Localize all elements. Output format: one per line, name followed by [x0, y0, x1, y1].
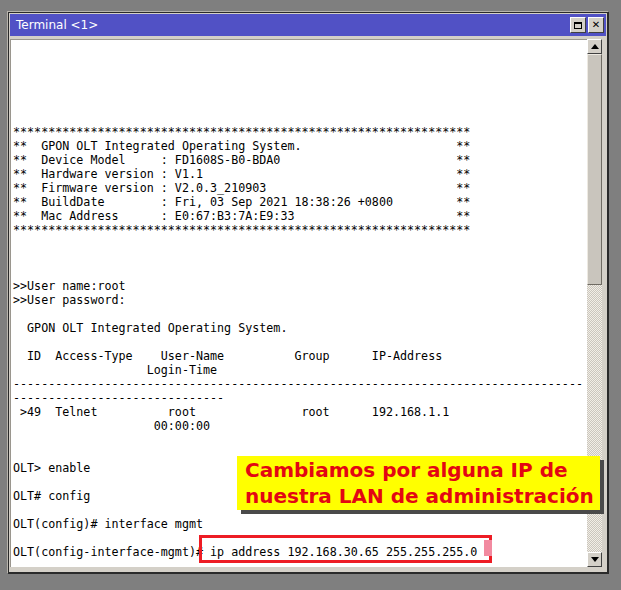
- scrollbar-thumb[interactable]: [587, 54, 602, 285]
- annotation-line-2: nuestra LAN de administración: [245, 483, 592, 509]
- maximize-icon: [574, 22, 582, 29]
- text-cursor: [484, 540, 492, 556]
- titlebar[interactable]: Terminal <1> ✕: [10, 14, 606, 36]
- maximize-button[interactable]: [570, 17, 586, 33]
- close-icon: ✕: [592, 20, 600, 30]
- arrow-down-icon: [591, 557, 599, 562]
- scroll-up-button[interactable]: [587, 39, 602, 54]
- arrow-up-icon: [591, 44, 599, 49]
- annotation-callout: Cambiamos por alguna IP de nuestra LAN d…: [237, 456, 600, 510]
- highlight-box: [199, 535, 492, 563]
- window-title: Terminal <1>: [16, 18, 98, 32]
- titlebar-buttons: ✕: [570, 17, 604, 33]
- desktop: Terminal <1> ✕ *************************…: [0, 0, 621, 590]
- annotation-line-1: Cambiamos por alguna IP de: [245, 457, 592, 483]
- scroll-down-button[interactable]: [587, 552, 602, 567]
- close-button[interactable]: ✕: [588, 17, 604, 33]
